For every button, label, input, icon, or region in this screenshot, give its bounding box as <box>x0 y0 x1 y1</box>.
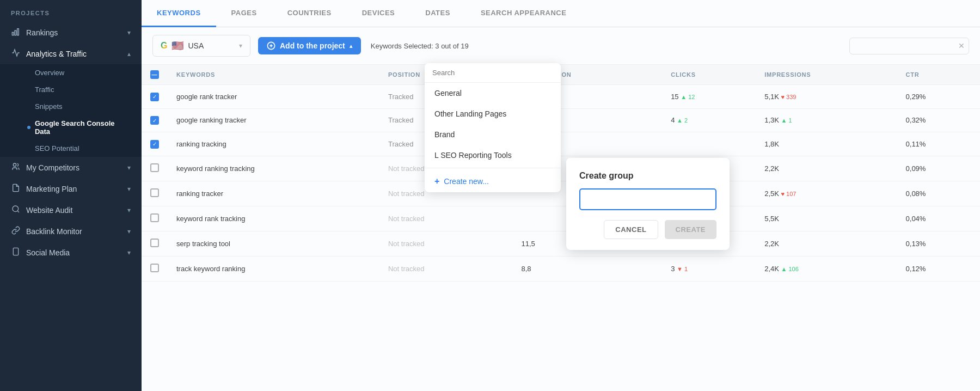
sidebar-sub-overview[interactable]: Overview <box>0 64 142 81</box>
active-dot <box>27 126 30 129</box>
marketing-label: Marketing Plan <box>26 185 77 193</box>
cancel-button[interactable]: CANCEL <box>604 220 658 239</box>
dropdown-item-general[interactable]: General <box>425 83 561 103</box>
sidebar-sub-traffic[interactable]: Traffic <box>0 81 142 98</box>
sidebar-item-marketing[interactable]: Marketing Plan ▾ <box>0 178 142 199</box>
main-content: KEYWORDS PAGES COUNTRIES DEVICES DATES S… <box>142 0 980 391</box>
marketing-chevron: ▾ <box>127 185 131 193</box>
svg-point-3 <box>13 163 16 166</box>
svg-rect-1 <box>15 30 16 35</box>
sidebar-item-social[interactable]: Social Media ▾ <box>0 242 142 263</box>
sidebar-sub-snippets[interactable]: Snippets <box>0 98 142 115</box>
modal-backdrop <box>142 0 980 391</box>
create-group-input[interactable] <box>579 188 716 210</box>
backlink-chevron: ▾ <box>127 228 131 235</box>
svg-rect-0 <box>12 32 14 35</box>
sidebar-item-backlink[interactable]: Backlink Monitor ▾ <box>0 221 142 242</box>
dropdown-item-seo-reporting[interactable]: L SEO Reporting Tools <box>425 145 561 166</box>
social-label: Social Media <box>26 248 70 257</box>
rankings-label: Rankings <box>26 28 58 37</box>
sidebar-sub-seo-potential[interactable]: SEO Potential <box>0 140 142 157</box>
create-group-actions: CANCEL CREATE <box>579 220 716 239</box>
website-audit-icon <box>11 205 21 215</box>
sidebar-item-rankings[interactable]: Rankings ▾ <box>0 22 142 43</box>
sidebar-item-analytics[interactable]: Analytics & Traffic ▴ <box>0 43 142 64</box>
plus-icon: + <box>434 176 439 186</box>
rankings-icon <box>11 27 21 38</box>
svg-rect-2 <box>17 29 19 35</box>
dropdown-divider <box>425 168 561 168</box>
backlink-icon <box>11 226 21 236</box>
dropdown-create-new[interactable]: + Create new... <box>425 170 561 192</box>
analytics-submenu: Overview Traffic Snippets Google Search … <box>0 64 142 157</box>
create-new-label: Create new... <box>444 177 489 186</box>
sidebar-sub-google-search-console[interactable]: Google Search Console Data <box>0 115 142 140</box>
analytics-label: Analytics & Traffic <box>26 50 87 58</box>
competitors-icon <box>11 162 21 173</box>
dropdown-item-other-landing[interactable]: Other Landing Pages <box>425 103 561 124</box>
projects-label: PROJECTS <box>0 0 142 22</box>
create-group-modal: Create group CANCEL CREATE <box>566 158 730 250</box>
competitors-label: My Competitors <box>26 163 79 172</box>
analytics-icon <box>11 48 21 59</box>
website-audit-label: Website Audit <box>26 206 72 215</box>
svg-line-5 <box>17 211 19 212</box>
website-audit-chevron: ▾ <box>127 206 131 214</box>
marketing-icon <box>11 184 21 194</box>
create-button[interactable]: CREATE <box>665 220 716 239</box>
svg-point-4 <box>13 206 19 212</box>
social-icon <box>11 247 21 258</box>
sidebar-item-competitors[interactable]: My Competitors ▾ <box>0 157 142 178</box>
competitors-chevron: ▾ <box>127 164 131 172</box>
add-to-project-dropdown: General Other Landing Pages Brand L SEO … <box>425 63 561 192</box>
sidebar-item-website-audit[interactable]: Website Audit ▾ <box>0 199 142 221</box>
dropdown-item-brand[interactable]: Brand <box>425 124 561 145</box>
svg-rect-6 <box>13 248 18 255</box>
social-chevron: ▾ <box>127 249 131 256</box>
rankings-chevron: ▾ <box>127 29 131 36</box>
create-group-title: Create group <box>579 171 716 181</box>
dropdown-search-input[interactable] <box>425 63 561 83</box>
backlink-label: Backlink Monitor <box>26 227 82 236</box>
analytics-chevron: ▴ <box>127 50 131 58</box>
sidebar: PROJECTS Rankings ▾ Analytics & Traffic … <box>0 0 142 391</box>
